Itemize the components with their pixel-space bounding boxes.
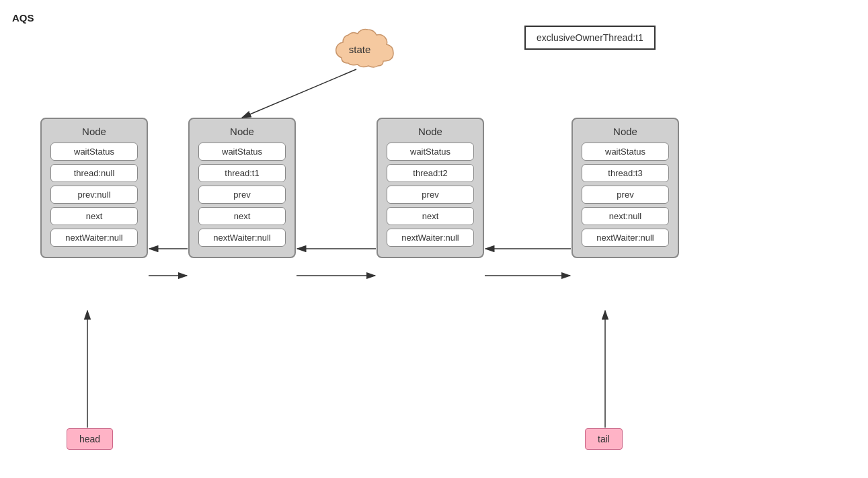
node-2-field-2: prev [198,186,286,204]
node-3-field-4: nextWaiter:null [387,229,474,247]
node-4-field-2: prev [582,186,669,204]
node-2-field-1: thread:t1 [198,164,286,182]
node-4-field-3: next:null [582,207,669,225]
node-1-field-0: waitStatus [50,143,138,161]
node-1: Node waitStatus thread:null prev:null ne… [40,118,148,258]
node-1-field-2: prev:null [50,186,138,204]
node-4-field-1: thread:t3 [582,164,669,182]
node-1-field-1: thread:null [50,164,138,182]
page-title: AQS [12,12,34,24]
tail-box: tail [585,428,623,450]
node-2-field-0: waitStatus [198,143,286,161]
node-3-field-3: next [387,207,474,225]
node-3-field-2: prev [387,186,474,204]
state-cloud: state [316,19,403,79]
state-label: state [349,44,371,55]
node-2-field-4: nextWaiter:null [198,229,286,247]
node-3-field-0: waitStatus [387,143,474,161]
node-4: Node waitStatus thread:t3 prev next:null… [571,118,679,258]
node-2-title: Node [230,126,254,137]
exclusive-owner-box: exclusiveOwnerThread:t1 [524,26,656,50]
node-3-title: Node [418,126,442,137]
node-1-title: Node [82,126,106,137]
head-box: head [67,428,113,450]
node-4-title: Node [613,126,637,137]
node-4-field-0: waitStatus [582,143,669,161]
node-2-field-3: next [198,207,286,225]
node-1-field-4: nextWaiter:null [50,229,138,247]
node-2: Node waitStatus thread:t1 prev next next… [188,118,296,258]
node-3: Node waitStatus thread:t2 prev next next… [377,118,484,258]
node-3-field-1: thread:t2 [387,164,474,182]
node-1-field-3: next [50,207,138,225]
node-4-field-4: nextWaiter:null [582,229,669,247]
